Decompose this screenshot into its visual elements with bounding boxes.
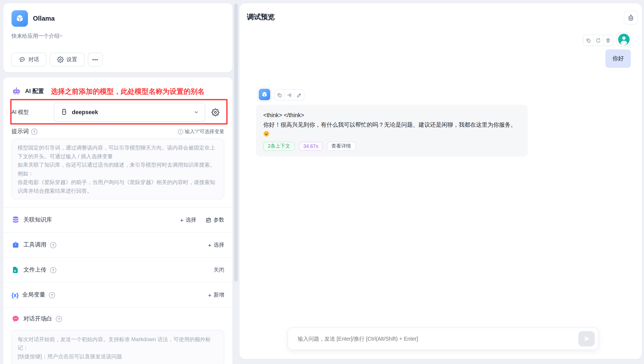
edit-square-icon bbox=[205, 217, 212, 223]
view-details-button[interactable]: 查看详情 bbox=[327, 142, 356, 151]
briefcase-icon bbox=[11, 241, 20, 249]
copy-icon[interactable] bbox=[583, 35, 593, 45]
help-icon[interactable] bbox=[31, 128, 37, 135]
user-avatar bbox=[617, 32, 631, 46]
model-label: AI 模型 bbox=[11, 108, 54, 116]
user-message-bubble: 你好 bbox=[605, 49, 631, 68]
dataset-select-button[interactable]: + 选择 bbox=[180, 216, 196, 223]
app-description: 快来给应用一个介绍~ bbox=[11, 32, 224, 40]
chevron-down-icon bbox=[193, 109, 199, 115]
prompt-label: 提示词 bbox=[11, 128, 29, 135]
copy-icon[interactable] bbox=[274, 90, 284, 100]
debug-preview-panel: 调试预览 你好 bbox=[239, 3, 642, 359]
settings-button-label: 设置 bbox=[67, 56, 77, 63]
vars-add-button[interactable]: + 新增 bbox=[208, 291, 224, 299]
help-icon[interactable] bbox=[50, 267, 56, 273]
ai-reply-text: 你好！很高兴见到你，有什么我可以帮忙的吗？无论是问题、建议还是闲聊，我都在这里为… bbox=[263, 120, 516, 129]
file-upload-label: 文件上传 bbox=[23, 266, 46, 273]
file-upload-row: 文件上传 关闭 bbox=[3, 257, 232, 282]
user-message-toolbar bbox=[583, 35, 613, 46]
app-name: Ollama bbox=[33, 15, 55, 22]
file-upload-status[interactable]: 关闭 bbox=[214, 266, 224, 273]
app-info-card: Ollama 快来给应用一个介绍~ 对话 设置 ••• bbox=[3, 3, 232, 72]
model-settings-gear-icon[interactable] bbox=[211, 108, 219, 116]
chat-input[interactable] bbox=[288, 335, 579, 343]
chat-bubble-icon bbox=[19, 56, 26, 63]
read-aloud-icon[interactable] bbox=[284, 90, 294, 100]
chat-input-bar bbox=[287, 328, 599, 350]
cube-icon bbox=[259, 89, 270, 100]
settings-button[interactable]: 设置 bbox=[50, 52, 85, 66]
ai-avatar bbox=[258, 88, 271, 101]
app-logo-cube-icon bbox=[11, 10, 28, 27]
model-row: AI 模型 deepseek bbox=[11, 103, 224, 122]
plus-icon: + bbox=[208, 292, 211, 298]
ai-config-title: AI 配置 bbox=[25, 88, 44, 95]
global-vars-row: {x} 全局变量 + 新增 bbox=[3, 282, 232, 307]
red-annotation-text: 选择之前添加的模型，此处模型名称为设置的别名 bbox=[51, 86, 204, 96]
prompt-textarea[interactable] bbox=[11, 138, 224, 199]
llama-icon bbox=[60, 108, 68, 116]
tools-label: 工具调用 bbox=[23, 241, 46, 248]
dataset-row: 关联知识库 + 选择 参数 bbox=[3, 207, 232, 232]
file-icon bbox=[11, 266, 20, 274]
clear-chat-button[interactable] bbox=[624, 11, 638, 24]
model-select-value: deepseek bbox=[72, 109, 190, 116]
retry-icon[interactable] bbox=[593, 35, 603, 45]
tools-row: 工具调用 + 选择 bbox=[3, 232, 232, 257]
context-count-badge[interactable]: 2条上下文 bbox=[263, 142, 295, 151]
brush-icon bbox=[627, 14, 634, 21]
robot-icon bbox=[11, 86, 21, 96]
tools-select-button[interactable]: + 选择 bbox=[208, 241, 224, 248]
think-tags: <think> </think> bbox=[263, 111, 520, 120]
prompt-hint: 输入"/"可选择变量 bbox=[178, 128, 224, 135]
model-select[interactable]: deepseek bbox=[54, 103, 205, 122]
database-icon bbox=[11, 216, 20, 224]
delete-icon[interactable] bbox=[603, 35, 613, 45]
left-panel-scrollbar[interactable] bbox=[234, 4, 238, 282]
plus-icon: + bbox=[208, 242, 211, 248]
workspace: Ollama 快来给应用一个介绍~ 对话 设置 ••• bbox=[0, 0, 644, 364]
info-icon bbox=[178, 129, 183, 134]
variable-braces-icon: {x} bbox=[11, 292, 18, 298]
opening-statement-label: 对话开场白 bbox=[23, 315, 52, 322]
edit-icon[interactable] bbox=[294, 90, 304, 100]
chat-button-label: 对话 bbox=[28, 56, 39, 63]
global-vars-label: 全局变量 bbox=[22, 291, 45, 299]
opening-statement-header: 对话开场白 bbox=[3, 307, 232, 327]
gear-icon bbox=[57, 56, 64, 63]
opening-statement-textarea[interactable] bbox=[11, 330, 224, 364]
ai-message-toolbar bbox=[274, 89, 304, 101]
help-icon[interactable] bbox=[50, 242, 56, 248]
dataset-label: 关联知识库 bbox=[23, 216, 52, 223]
response-time-badge[interactable]: 34.67s bbox=[299, 142, 323, 151]
debug-preview-title: 调试预览 bbox=[247, 12, 275, 22]
pink-chat-bubble-icon bbox=[11, 315, 20, 323]
ellipsis-icon: ••• bbox=[92, 57, 98, 62]
send-plane-icon bbox=[583, 335, 590, 342]
dataset-params-button[interactable]: 参数 bbox=[205, 216, 224, 223]
chat-button[interactable]: 对话 bbox=[11, 52, 46, 66]
ai-config-card: AI 配置 选择之前添加的模型，此处模型名称为设置的别名 AI 模型 deeps… bbox=[3, 77, 232, 364]
help-icon[interactable] bbox=[56, 316, 62, 322]
send-button[interactable] bbox=[578, 331, 595, 346]
plus-icon: + bbox=[180, 217, 183, 223]
ai-message-card: <think> </think> 你好！很高兴见到你，有什么我可以帮忙的吗？无论… bbox=[256, 105, 528, 156]
help-icon[interactable] bbox=[49, 292, 55, 298]
smile-emoji bbox=[263, 130, 270, 137]
more-button[interactable]: ••• bbox=[88, 52, 102, 66]
